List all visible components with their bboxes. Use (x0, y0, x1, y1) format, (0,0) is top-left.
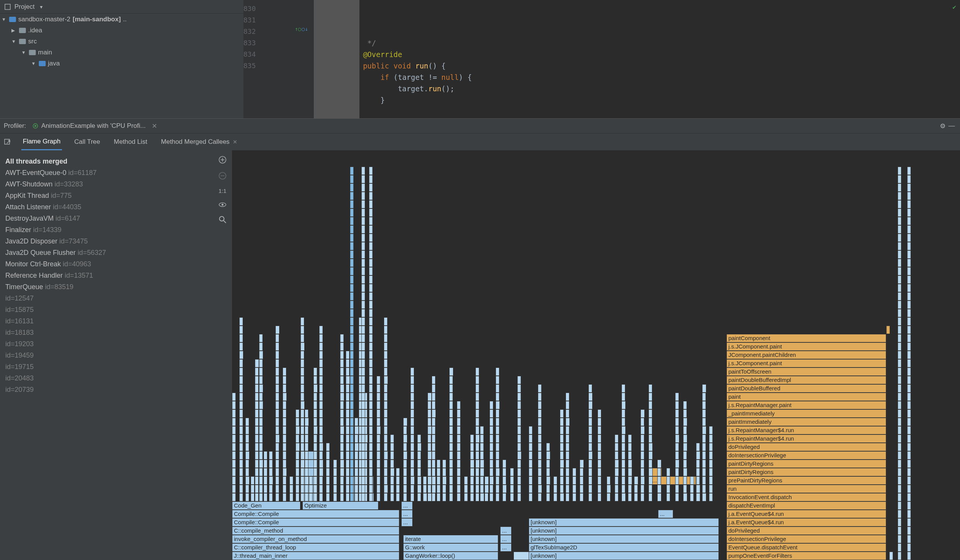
flame-frame[interactable] (432, 443, 435, 451)
flame-frame[interactable] (239, 326, 243, 334)
flame-frame[interactable]: dispatchEventImpl (726, 501, 886, 510)
flame-frame[interactable] (485, 493, 488, 501)
flame-frame[interactable] (640, 485, 644, 493)
flame-frame[interactable]: doPrivileged (726, 443, 886, 451)
flame-frame[interactable] (907, 342, 911, 351)
flame-frame[interactable] (640, 468, 644, 476)
flame-frame[interactable] (239, 434, 243, 443)
flame-frame[interactable] (898, 301, 901, 309)
flame-frame[interactable] (449, 451, 453, 459)
flame-frame[interactable] (614, 459, 619, 468)
flame-frame[interactable] (283, 451, 286, 459)
flame-frame[interactable] (546, 451, 550, 459)
flame-frame[interactable] (361, 384, 365, 393)
flame-frame[interactable] (907, 208, 911, 217)
flame-frame[interactable] (350, 275, 354, 284)
tree-root[interactable]: ▼ sandbox-master-2 [main-sandbox] .. (0, 14, 243, 25)
flame-frame[interactable] (384, 351, 387, 359)
flame-frame[interactable] (369, 225, 373, 234)
flame-frame[interactable] (355, 443, 359, 451)
flame-frame[interactable] (648, 451, 653, 459)
flame-frame[interactable] (340, 334, 344, 342)
flame-frame[interactable] (239, 410, 243, 418)
flame-frame[interactable] (376, 401, 380, 410)
flame-frame[interactable] (264, 468, 267, 476)
flame-frame[interactable] (296, 493, 299, 501)
flame-frame[interactable] (369, 393, 373, 401)
flame-frame[interactable] (340, 376, 344, 384)
flame-frame[interactable] (301, 342, 305, 351)
close-icon[interactable]: ✕ (152, 122, 157, 130)
flame-frame[interactable] (376, 493, 380, 501)
flame-frame[interactable]: InvocationEvent.dispatch (726, 493, 886, 501)
flame-frame[interactable] (907, 468, 911, 476)
flame-frame[interactable] (546, 485, 550, 493)
flame-frame[interactable] (264, 476, 267, 485)
flame-frame[interactable] (898, 175, 901, 183)
flame-frame[interactable] (390, 459, 394, 468)
thread-row[interactable]: id=12547 (5, 293, 209, 304)
gear-icon[interactable]: ⚙ (938, 122, 947, 130)
flame-frame[interactable] (566, 493, 570, 501)
flame-frame[interactable] (457, 410, 461, 418)
flame-frame[interactable] (898, 552, 901, 560)
flame-frame[interactable] (255, 468, 259, 476)
flame-frame[interactable] (490, 451, 493, 459)
flame-frame[interactable] (319, 459, 323, 468)
flame-frame[interactable]: Compile::Compile (232, 518, 399, 526)
flame-frame[interactable] (437, 476, 440, 485)
flame-frame[interactable] (275, 359, 279, 368)
flame-frame[interactable] (269, 459, 273, 468)
flame-frame[interactable] (355, 468, 358, 476)
flame-frame[interactable] (517, 476, 521, 485)
flame-frame[interactable] (350, 459, 354, 468)
flame-frame[interactable] (648, 468, 653, 476)
flame-frame[interactable] (376, 451, 380, 459)
flame-frame[interactable] (449, 418, 453, 426)
flame-frame[interactable] (259, 351, 263, 359)
flame-frame[interactable] (907, 200, 911, 208)
zoom-in-icon[interactable] (218, 155, 227, 164)
flame-frame[interactable] (314, 485, 317, 493)
chevron-down-icon[interactable]: ▾ (38, 3, 45, 11)
flame-frame[interactable] (496, 443, 499, 451)
flame-frame[interactable] (301, 401, 305, 410)
flame-frame[interactable] (529, 468, 533, 476)
flame-frame[interactable] (369, 334, 373, 342)
flame-frame[interactable] (369, 192, 373, 200)
flame-frame[interactable] (628, 493, 632, 501)
flame-frame[interactable] (350, 317, 354, 326)
flame-frame[interactable]: prePaintDirtyRegions (726, 476, 886, 485)
flame-frame[interactable]: j.s.RepaintManager$4.run (726, 434, 886, 443)
flame-frame[interactable] (346, 393, 350, 401)
flame-frame[interactable] (648, 410, 652, 418)
code-area[interactable]: ✔ */ @Override public void run() { if (t… (320, 0, 960, 118)
flame-frame[interactable]: paint (726, 393, 886, 401)
flame-frame[interactable] (361, 468, 365, 476)
flame-frame[interactable] (275, 485, 279, 493)
flame-frame[interactable] (449, 393, 453, 401)
flame-frame[interactable]: paintDoubleBuffered (726, 384, 886, 393)
flame-frame[interactable] (496, 426, 499, 434)
flame-frame[interactable] (305, 485, 309, 493)
flame-frame[interactable] (457, 418, 461, 426)
flame-frame[interactable] (566, 401, 570, 410)
flame-frame[interactable] (369, 326, 373, 334)
flame-frame[interactable] (369, 250, 373, 259)
flame-frame[interactable] (232, 468, 236, 476)
flame-frame[interactable] (319, 451, 323, 459)
flame-frame[interactable] (319, 434, 323, 443)
flame-frame[interactable] (417, 485, 421, 493)
flame-frame[interactable] (369, 217, 373, 225)
flame-frame[interactable] (449, 426, 453, 434)
flame-frame[interactable] (898, 393, 901, 401)
flame-frame[interactable] (361, 250, 365, 259)
flame-frame[interactable] (573, 485, 576, 493)
flame-frame[interactable] (239, 418, 243, 426)
threads-merged[interactable]: All threads merged (5, 155, 209, 167)
flame-frame[interactable] (361, 459, 365, 468)
minimize-icon[interactable]: — (947, 122, 956, 130)
flame-frame[interactable] (898, 334, 901, 342)
flame-frame[interactable] (898, 234, 901, 242)
flame-frame[interactable] (275, 476, 279, 485)
